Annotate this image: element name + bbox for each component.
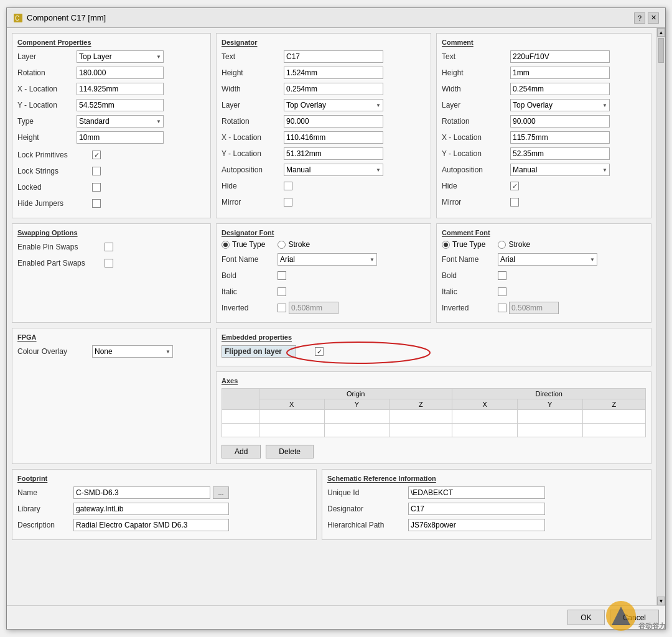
axes-add-button[interactable]: Add: [222, 445, 261, 458]
desig-inverted-checkbox[interactable]: [278, 304, 286, 312]
desig-bold-checkbox[interactable]: [278, 271, 286, 280]
flipped-label: Flipped on layer: [222, 345, 296, 358]
axes-title: Axes: [222, 377, 646, 384]
desig-rotation-input[interactable]: [284, 115, 383, 128]
scroll-up-arrow[interactable]: ▲: [657, 28, 665, 37]
dialog-title: Component C17 [mm]: [27, 13, 106, 22]
type-select[interactable]: Standard: [77, 115, 164, 128]
component-properties-section: Component Properties Layer Top Layer Rot…: [12, 33, 211, 218]
comment-bold-checkbox[interactable]: [498, 271, 506, 280]
desig-hide-checkbox[interactable]: [284, 182, 292, 190]
designator-title: Designator: [222, 39, 426, 46]
desig-true-type-radio-btn[interactable]: [222, 241, 230, 249]
hide-jumpers-checkbox[interactable]: [92, 199, 101, 208]
comment-true-type-radio-btn[interactable]: [442, 241, 450, 249]
desig-width-input[interactable]: [284, 83, 383, 95]
desig-bold-label: Bold: [222, 271, 278, 280]
schematic-designator-input[interactable]: [408, 503, 545, 515]
comment-stroke-radio[interactable]: Stroke: [498, 240, 530, 249]
cancel-button[interactable]: Cancel: [610, 610, 659, 625]
footprint-library-input[interactable]: [73, 503, 229, 515]
desig-italic-checkbox[interactable]: [278, 287, 286, 296]
ok-button[interactable]: OK: [567, 610, 604, 625]
scroll-thumb[interactable]: [658, 38, 664, 63]
lock-strings-checkbox[interactable]: [92, 167, 101, 175]
comment-inverted-size-input[interactable]: [509, 302, 559, 314]
desig-stroke-radio[interactable]: Stroke: [278, 240, 310, 249]
desig-width-label: Width: [222, 85, 284, 93]
desig-height-input[interactable]: [284, 67, 383, 79]
help-button[interactable]: ?: [634, 12, 645, 24]
scroll-down-arrow[interactable]: ▼: [657, 597, 665, 605]
hierarchical-path-input[interactable]: [408, 519, 545, 531]
comment-autopos-select[interactable]: Manual: [510, 164, 610, 176]
colour-overlay-label: Colour Overlay: [17, 347, 92, 356]
desig-italic-label: Italic: [222, 287, 278, 296]
comment-italic-checkbox[interactable]: [498, 287, 506, 296]
comment-width-input[interactable]: [510, 83, 610, 95]
comment-hide-checkbox[interactable]: [510, 182, 519, 190]
desig-inverted-size-input[interactable]: [289, 302, 338, 314]
desig-stroke-radio-btn[interactable]: [278, 241, 286, 249]
close-button[interactable]: ✕: [648, 12, 659, 24]
comment-stroke-radio-btn[interactable]: [498, 241, 506, 249]
layer-select[interactable]: Top Layer: [77, 50, 164, 63]
comment-height-input[interactable]: [510, 67, 610, 79]
enabled-part-swaps-checkbox[interactable]: [105, 259, 113, 267]
comment-inverted-checkbox[interactable]: [498, 304, 506, 312]
desig-font-name-select[interactable]: Arial: [278, 253, 377, 266]
rotation-input[interactable]: [77, 67, 164, 79]
unique-id-input[interactable]: [408, 486, 545, 499]
fpga-section: FPGA Colour Overlay None: [12, 328, 211, 464]
comment-font-name-select[interactable]: Arial: [498, 253, 597, 266]
colour-overlay-select[interactable]: None: [92, 345, 173, 358]
ylocation-input[interactable]: [77, 99, 164, 111]
desig-xloc-input[interactable]: [284, 131, 383, 144]
comment-true-type-radio[interactable]: True Type: [442, 240, 485, 249]
embedded-properties-section: Embedded properties Flipped on layer: [216, 328, 651, 366]
comment-rotation-label: Rotation: [442, 117, 510, 126]
vertical-scrollbar[interactable]: ▲ ▼: [656, 28, 665, 605]
comment-yloc-label: Y - Location: [442, 149, 510, 158]
comment-rotation-input[interactable]: [510, 115, 610, 128]
footprint-name-input[interactable]: [73, 486, 210, 499]
xlocation-input[interactable]: [77, 83, 164, 95]
locked-checkbox[interactable]: [92, 183, 101, 192]
lock-primitives-checkbox[interactable]: [92, 151, 101, 159]
comment-xloc-input[interactable]: [510, 131, 610, 144]
axes-dx-header: X: [452, 399, 518, 410]
desig-layer-select[interactable]: Top Overlay: [284, 99, 383, 111]
desig-yloc-label: Y - Location: [222, 149, 284, 158]
title-bar: C Component C17 [mm] ? ✕: [7, 8, 665, 28]
enable-pin-swaps-checkbox[interactable]: [105, 243, 113, 251]
height-input[interactable]: [77, 131, 164, 144]
footprint-browse-button[interactable]: ...: [213, 486, 229, 499]
desig-true-type-radio[interactable]: True Type: [222, 240, 265, 249]
comment-layer-select[interactable]: Top Overlay: [510, 99, 610, 111]
axes-empty-header: [222, 389, 259, 410]
desig-mirror-checkbox[interactable]: [284, 198, 292, 207]
comment-text-input[interactable]: [510, 50, 610, 63]
comment-mirror-checkbox[interactable]: [510, 198, 519, 207]
comment-width-label: Width: [442, 85, 510, 93]
fpga-title: FPGA: [17, 333, 205, 341]
comment-yloc-input[interactable]: [510, 147, 610, 160]
desig-inverted-label: Inverted: [222, 304, 278, 312]
axes-oy-header: Y: [324, 399, 390, 410]
desig-height-label: Height: [222, 68, 284, 77]
desig-autopos-label: Autoposition: [222, 165, 284, 174]
axes-origin-header: Origin: [259, 389, 452, 399]
flipped-checkbox[interactable]: [315, 347, 324, 356]
axes-delete-button[interactable]: Delete: [266, 445, 314, 458]
desig-xloc-label: X - Location: [222, 133, 284, 142]
axes-table: Origin Direction X Y Z X Y Z: [222, 388, 646, 437]
desig-text-input[interactable]: [284, 50, 383, 63]
main-scroll-area[interactable]: Component Properties Layer Top Layer Rot…: [7, 28, 656, 605]
comment-bold-label: Bold: [442, 271, 498, 280]
footprint-desc-input[interactable]: [73, 519, 229, 531]
axes-row-1: [222, 410, 646, 424]
desig-yloc-input[interactable]: [284, 147, 383, 160]
hierarchical-path-label: Hierarchical Path: [327, 521, 408, 529]
desig-autopos-select[interactable]: Manual: [284, 164, 383, 176]
axes-ox-header: X: [259, 399, 325, 410]
